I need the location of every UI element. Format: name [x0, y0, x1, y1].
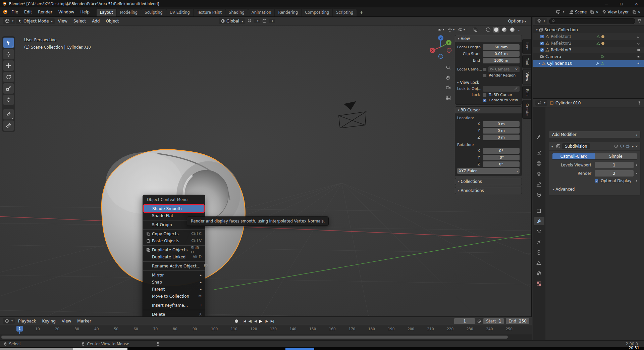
jump-to-start-button[interactable]: |◀ — [243, 319, 246, 323]
workspace-tab-rendering[interactable]: Rendering — [275, 9, 301, 16]
hide-toggle[interactable] — [637, 61, 641, 65]
delete-modifier-button[interactable] — [635, 144, 638, 149]
snap-settings-dropdown[interactable] — [254, 19, 260, 23]
workspace-tab-animation[interactable]: Animation — [248, 9, 275, 16]
workspace-tab-scripting[interactable]: Scripting — [333, 9, 357, 16]
viewport-canvas-area[interactable]: User Perspective (1) Scene Collection | … — [0, 26, 531, 316]
menu-add[interactable]: Add — [89, 18, 102, 24]
rot-z-field[interactable]: 0° — [483, 161, 520, 167]
camera-to-view-checkbox[interactable] — [483, 98, 487, 102]
loc-y-field[interactable]: 0 m — [483, 128, 520, 134]
shading-rendered-button[interactable] — [509, 27, 516, 33]
auto-keying-button[interactable] — [235, 319, 238, 323]
minimize-button[interactable]: — — [599, 0, 614, 7]
optimal-display-checkbox[interactable] — [595, 179, 599, 183]
levels-viewport-field[interactable]: 1 — [595, 162, 634, 168]
proportional-falloff-dropdown[interactable] — [269, 19, 275, 23]
gizmo-x-neg-axis[interactable] — [447, 48, 451, 53]
workspace-tab-uv-editing[interactable]: UV Editing — [166, 9, 193, 16]
realtime-display-toggle[interactable] — [620, 144, 624, 148]
shading-solid-button[interactable] — [493, 27, 499, 33]
tool-rotate[interactable] — [3, 72, 14, 82]
unlink-scene-icon[interactable] — [596, 10, 598, 14]
menu-item-rename-active-object[interactable]: Rename Active Object...F2 — [143, 262, 205, 269]
local-camera-checkbox[interactable] — [483, 67, 487, 71]
playhead-marker[interactable]: 1 — [16, 326, 23, 332]
menu-help[interactable]: Help — [77, 8, 92, 16]
menu-file[interactable]: File — [8, 8, 21, 16]
properties-editor-selector[interactable] — [535, 100, 547, 106]
editor-type-selector[interactable] — [3, 18, 15, 24]
outliner-display-mode[interactable] — [535, 18, 547, 24]
workspace-tab-modeling[interactable]: Modeling — [117, 9, 141, 16]
tab-view-layer[interactable] — [534, 170, 544, 178]
menu-item-insert-keyframe[interactable]: Insert Keyframe...I — [143, 302, 205, 309]
next-keyframe-button[interactable]: |▶ — [265, 319, 268, 323]
maximize-button[interactable]: □ — [614, 0, 629, 7]
camera-view-icon[interactable] — [446, 85, 451, 90]
local-camera-field[interactable]: Camera — [488, 66, 520, 72]
clear-camera-icon[interactable] — [515, 67, 518, 71]
options-menu[interactable]: Options — [505, 18, 529, 24]
loc-z-field[interactable]: 0 m — [483, 135, 520, 140]
tab-modifiers[interactable] — [534, 217, 544, 225]
loc-x-field[interactable]: 0 m — [483, 121, 520, 127]
outliner-row-reflektor3[interactable]: Reflektor3 — [533, 47, 644, 53]
tab-constraints[interactable] — [534, 248, 544, 256]
blender-menu-icon[interactable] — [3, 9, 8, 14]
menu-item-delete[interactable]: DeleteX — [143, 311, 205, 316]
visibility-dropdown[interactable] — [436, 27, 445, 33]
outliner-row-scene-collection[interactable]: ▾ Scene Collection — [533, 27, 644, 33]
tool-measure[interactable] — [3, 120, 14, 131]
play-reverse-button[interactable]: ◀ — [254, 319, 257, 323]
outliner-row-reflektor1[interactable]: Reflektor1 — [533, 33, 644, 40]
animate-dot[interactable] — [636, 164, 637, 166]
hide-toggle[interactable] — [637, 55, 641, 59]
previous-keyframe-button[interactable]: ◀| — [249, 319, 252, 323]
clip-end-field[interactable]: 1000 m — [483, 58, 520, 63]
filter-icon[interactable] — [637, 19, 642, 23]
sidebar-tab-tool[interactable]: Tool — [522, 55, 531, 68]
view-lock-subheader[interactable]: View Lock — [457, 80, 520, 85]
tab-world[interactable] — [534, 191, 544, 199]
menu-render[interactable]: Render — [35, 8, 55, 16]
tab-tool[interactable] — [534, 133, 544, 141]
view-panel-header[interactable]: View — [455, 35, 522, 42]
tab-physics[interactable] — [534, 238, 544, 246]
tab-material[interactable] — [534, 269, 544, 277]
frame-end-field[interactable]: End250 — [506, 318, 529, 324]
workspace-tab-sculpting[interactable]: Sculpting — [141, 9, 166, 16]
render-display-toggle[interactable] — [626, 144, 630, 148]
outliner-row-camera[interactable]: Camera — [533, 53, 644, 60]
overlays-dropdown[interactable] — [457, 27, 466, 33]
proportional-editing-toggle[interactable] — [262, 18, 267, 23]
tool-annotate[interactable] — [3, 109, 14, 119]
menu-item-duplicate-linked[interactable]: Duplicate LinkedAlt D — [143, 253, 205, 260]
advanced-subpanel-header[interactable]: Advanced — [552, 186, 637, 192]
menu-view[interactable]: View — [55, 18, 70, 24]
menu-item-move-to-collection[interactable]: Move to CollectionM — [143, 293, 205, 300]
scrollbar-thumb[interactable] — [1, 336, 508, 339]
tab-scene[interactable] — [534, 180, 544, 188]
tab-render[interactable] — [534, 149, 544, 157]
collections-panel-header[interactable]: Collections — [455, 178, 522, 185]
menu-playback[interactable]: Playback — [15, 318, 39, 324]
workspace-tab-texture-paint[interactable]: Texture Paint — [194, 9, 225, 16]
new-scene-icon[interactable] — [590, 10, 594, 14]
menu-item-duplicate-objects[interactable]: Duplicate ObjectsShift D — [143, 246, 205, 253]
close-button[interactable]: ✕ — [629, 0, 644, 7]
shading-settings-dropdown[interactable] — [517, 28, 520, 32]
clip-start-field[interactable]: 0.01 m — [483, 51, 520, 57]
pan-hand-icon[interactable] — [446, 75, 451, 80]
to-3d-cursor-checkbox[interactable] — [483, 93, 487, 97]
sidebar-tab-edit[interactable]: Edit — [522, 86, 531, 99]
zoom-icon[interactable] — [446, 65, 451, 70]
show-gizmo-dropdown[interactable] — [447, 27, 455, 33]
gizmo-z-neg-axis[interactable] — [439, 54, 443, 59]
outliner-row-cylinder-010[interactable]: ▸ Cylinder.010 — [533, 60, 644, 67]
expand-modifier-caret[interactable] — [551, 144, 554, 149]
view-layer-selector[interactable]: View Layer — [600, 9, 631, 15]
jump-to-end-button[interactable]: ▶| — [271, 319, 274, 323]
shading-wireframe-button[interactable] — [485, 27, 491, 33]
menu-timeline-view[interactable]: View — [59, 318, 74, 324]
